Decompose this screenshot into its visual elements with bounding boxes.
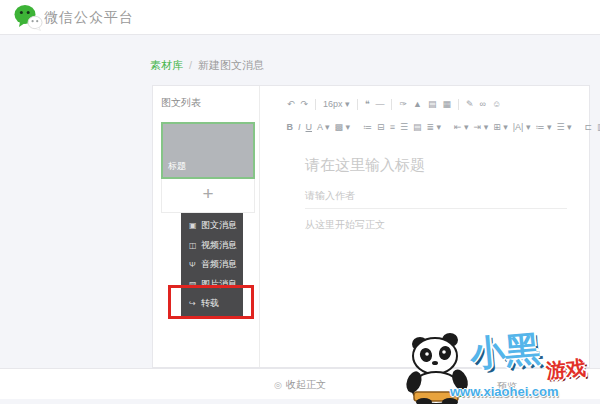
thumbnail-title-label: 标题	[168, 160, 186, 173]
insert-card-button[interactable]: ⊏	[585, 122, 593, 132]
author-input[interactable]: 请输入作者	[305, 189, 355, 203]
bottom-bar: ◎收起正文 预览	[0, 368, 600, 399]
editor-area: ↶ ↷ 16px ▾ ❝ — ✑ ▲ ▤ ▦ ✎ ∞ ☺ B I U	[260, 86, 589, 367]
font-size-select[interactable]: 16px ▾	[323, 99, 350, 109]
paragraph-select[interactable]: ☰ ▾	[556, 122, 571, 132]
wechat-logo-icon	[13, 4, 43, 31]
format-brush-icon[interactable]: ✑	[399, 99, 407, 109]
article-icon: ▣	[189, 221, 201, 230]
bold-button[interactable]: B	[287, 122, 294, 132]
toolbar-row-1: ↶ ↷ 16px ▾ ❝ — ✑ ▲ ▤ ▦ ✎ ∞ ☺	[284, 96, 585, 112]
audio-icon: Ψ	[189, 260, 201, 269]
insert-image-icon[interactable]: ▲	[413, 99, 422, 109]
edit-html-icon[interactable]: ✎	[466, 99, 474, 109]
table-select[interactable]: ⊞ ▾	[493, 122, 508, 132]
menu-item-audio[interactable]: Ψ 音频消息	[181, 255, 243, 275]
video-icon: ◫	[189, 241, 201, 250]
blockquote-icon[interactable]: ❝	[365, 99, 370, 109]
menu-item-article[interactable]: ▣ 图文消息	[181, 216, 243, 236]
line-height-select[interactable]: ≣ ▾	[426, 122, 441, 132]
align-left-button[interactable]: ≡	[390, 122, 395, 132]
align-right-button[interactable]: ▤	[413, 122, 422, 132]
annotation-red-box	[168, 285, 254, 319]
toolbar-separator	[357, 99, 358, 110]
toolbar-separator	[315, 99, 316, 110]
undo-icon[interactable]: ↶	[287, 99, 295, 109]
title-input[interactable]: 请在这里输入标题	[305, 156, 425, 175]
article-list-panel: 图文列表 标题 + ▣ 图文消息 ◫ 视频消息 Ψ 音频消息	[153, 86, 260, 367]
outdent-select[interactable]: ⇥ ▾	[474, 122, 489, 132]
unordered-list-button[interactable]: ≔	[363, 122, 372, 132]
breadcrumb-separator: /	[189, 59, 192, 71]
top-header: 微信公众平台	[0, 0, 600, 35]
collapse-icon: ◎	[274, 380, 282, 390]
list-style-select[interactable]: ≔ ▾	[535, 122, 551, 132]
insert-video-icon[interactable]: ▦	[442, 99, 451, 109]
toolbar-separator	[391, 99, 392, 110]
breadcrumb: 素材库/新建图文消息	[150, 58, 264, 73]
font-color-select[interactable]: A ▾	[317, 122, 330, 132]
page-title: 微信公众平台	[44, 9, 134, 27]
letter-case-select[interactable]: |A| ▾	[513, 122, 531, 132]
insert-audio-icon[interactable]: ▤	[428, 99, 437, 109]
breadcrumb-library-link[interactable]: 素材库	[150, 59, 183, 71]
body-input[interactable]: 从这里开始写正文	[305, 218, 385, 232]
insert-link-icon[interactable]: ∞	[480, 99, 486, 109]
ordered-list-button[interactable]: ⊟	[377, 122, 385, 132]
preview-button[interactable]: 预览	[497, 380, 517, 394]
add-article-button[interactable]: +	[161, 179, 255, 213]
toolbar-separator	[458, 99, 459, 110]
wechat-official-platform-page: 微信公众平台 素材库/新建图文消息 图文列表 标题 + ▣ 图文消息 ◫ 视频消…	[0, 0, 600, 404]
toolbar-row-2: B I U A ▾ ▩ ▾ ≔ ⊟ ≡ ☰ ▤ ≣ ▾ ⇤ ▾ ⇥ ▾ ⊞ ▾ …	[284, 119, 585, 135]
indent-select[interactable]: ⇤ ▾	[454, 122, 469, 132]
horizontal-rule-icon[interactable]: —	[375, 99, 384, 109]
author-divider	[305, 208, 567, 209]
menu-item-video[interactable]: ◫ 视频消息	[181, 236, 243, 256]
breadcrumb-current: 新建图文消息	[198, 59, 264, 71]
article-thumbnail-selected[interactable]: 标题	[161, 122, 255, 179]
underline-button[interactable]: U	[306, 122, 313, 132]
save-send-button-partial[interactable]	[438, 376, 463, 397]
redo-icon[interactable]: ↷	[301, 99, 309, 109]
editor-card: 图文列表 标题 + ▣ 图文消息 ◫ 视频消息 Ψ 音频消息	[152, 85, 590, 368]
italic-button[interactable]: I	[298, 122, 301, 132]
bg-color-select[interactable]: ▩ ▾	[335, 122, 351, 132]
align-center-button[interactable]: ☰	[400, 122, 408, 132]
emoji-icon[interactable]: ☺	[492, 99, 501, 109]
article-list-title: 图文列表	[161, 96, 201, 110]
